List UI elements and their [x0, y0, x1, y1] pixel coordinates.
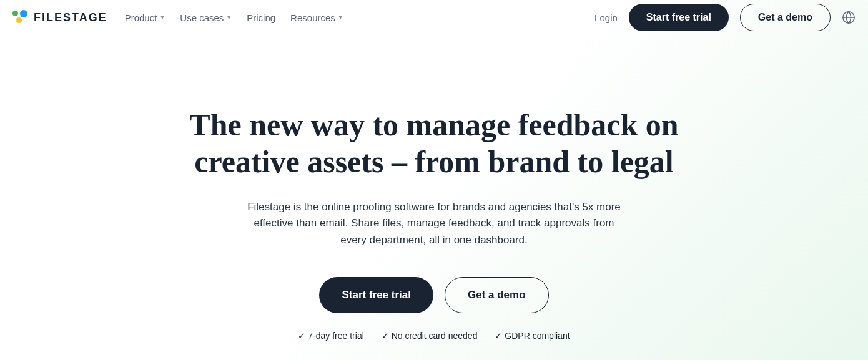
chevron-down-icon: ▼: [159, 14, 165, 21]
header-actions: Login Start free trial Get a demo: [594, 4, 856, 31]
hero-title: The new way to manage feedback on creati…: [159, 107, 709, 180]
hero-subtitle: Filestage is the online proofing softwar…: [247, 199, 621, 248]
globe-icon[interactable]: [842, 11, 856, 24]
chevron-down-icon: ▼: [226, 14, 232, 21]
hero-get-demo-button[interactable]: Get a demo: [445, 277, 549, 313]
nav-label: Pricing: [247, 12, 275, 23]
nav-label: Use cases: [180, 12, 224, 23]
brand-name: FILESTAGE: [34, 11, 107, 24]
nav-resources[interactable]: Resources ▼: [290, 12, 343, 23]
chevron-down-icon: ▼: [338, 14, 343, 21]
nav-label: Resources: [290, 12, 335, 23]
hero-bullets: 7-day free trial No credit card needed G…: [25, 331, 843, 341]
brand-logo[interactable]: FILESTAGE: [12, 10, 107, 25]
hero-section: The new way to manage feedback on creati…: [0, 35, 868, 341]
nav-pricing[interactable]: Pricing: [247, 12, 275, 23]
get-demo-button[interactable]: Get a demo: [740, 4, 831, 31]
hero-start-trial-button[interactable]: Start free trial: [319, 277, 433, 313]
bullet-trial: 7-day free trial: [298, 331, 363, 341]
login-link[interactable]: Login: [594, 12, 618, 23]
nav-label: Product: [125, 12, 157, 23]
site-header: FILESTAGE Product ▼ Use cases ▼ Pricing …: [0, 0, 868, 35]
hero-cta-group: Start free trial Get a demo: [25, 277, 843, 313]
logo-mark: [12, 10, 30, 25]
primary-nav: Product ▼ Use cases ▼ Pricing Resources …: [125, 12, 343, 23]
nav-product[interactable]: Product ▼: [125, 12, 165, 23]
nav-use-cases[interactable]: Use cases ▼: [180, 12, 232, 23]
start-trial-button[interactable]: Start free trial: [629, 4, 729, 31]
bullet-no-card: No credit card needed: [382, 331, 478, 341]
bullet-gdpr: GDPR compliant: [495, 331, 570, 341]
